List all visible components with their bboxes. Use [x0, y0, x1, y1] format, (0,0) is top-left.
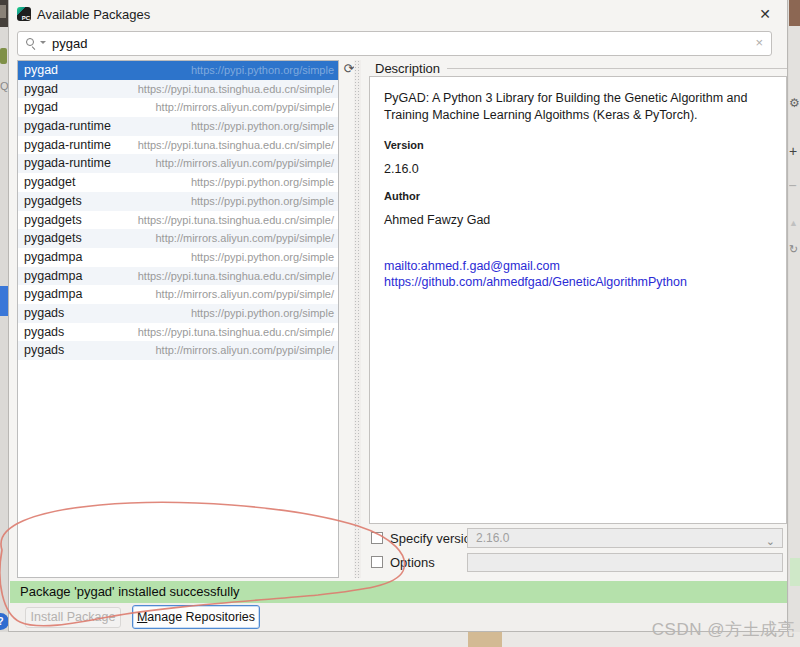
package-repo-url: https://pypi.python.org/simple: [191, 61, 334, 80]
search-options-chevron-icon[interactable]: [40, 41, 46, 44]
package-row[interactable]: pygadmpahttps://pypi.tuna.tsinghua.edu.c…: [18, 267, 338, 286]
options-label[interactable]: Options: [390, 555, 435, 570]
package-name: pygads: [24, 304, 64, 323]
package-repo-url: https://pypi.python.org/simple: [191, 248, 334, 267]
package-repo-url: https://pypi.python.org/simple: [191, 117, 334, 136]
package-name: pygadgets: [24, 229, 82, 248]
package-name: pygad: [24, 98, 58, 117]
package-row[interactable]: pygadshttp://mirrors.aliyun.com/pypi/sim…: [18, 341, 338, 360]
background-green-sliver: [790, 558, 800, 586]
package-row[interactable]: pygadgetshttps://pypi.tuna.tsinghua.edu.…: [18, 211, 338, 230]
description-panel: PyGAD: A Python 3 Library for Building t…: [369, 76, 787, 524]
package-row[interactable]: pygada-runtimehttp://mirrors.aliyun.com/…: [18, 154, 338, 173]
options-input[interactable]: [467, 553, 783, 572]
author-label: Author: [384, 189, 772, 204]
package-name: pygadgets: [24, 211, 82, 230]
package-name: pygadmpa: [24, 267, 82, 286]
manage-mnemonic: M: [137, 610, 147, 624]
package-list[interactable]: pygadhttps://pypi.python.org/simplepygad…: [17, 60, 339, 578]
search-value[interactable]: pygad: [52, 36, 87, 51]
package-repo-url: http://mirrors.aliyun.com/pypi/simple/: [156, 98, 335, 117]
package-repo-url: https://pypi.tuna.tsinghua.edu.cn/simple…: [138, 323, 334, 342]
search-input[interactable]: pygad ×: [17, 31, 772, 56]
package-repo-url: https://pypi.tuna.tsinghua.edu.cn/simple…: [138, 80, 334, 99]
package-row[interactable]: pygadhttps://pypi.python.org/simple: [18, 61, 338, 80]
package-name: pygada-runtime: [24, 154, 111, 173]
author-value: Ahmed Fawzy Gad: [384, 212, 772, 229]
manage-repositories-button[interactable]: Manage Repositories: [132, 605, 260, 629]
package-row[interactable]: pygadhttp://mirrors.aliyun.com/pypi/simp…: [18, 98, 338, 117]
package-repo-url: https://pypi.python.org/simple: [191, 304, 334, 323]
package-link[interactable]: https://github.com/ahmedfgad/GeneticAlgo…: [384, 275, 772, 291]
background-run-icon: [0, 48, 7, 64]
description-group-rule: [447, 68, 787, 69]
package-name: pygad: [24, 80, 58, 99]
install-package-button[interactable]: Install Package: [25, 607, 121, 628]
available-packages-dialog: Available Packages ✕ pygad × pygadhttps:…: [8, 0, 788, 632]
package-row[interactable]: pygadshttps://pypi.python.org/simple: [18, 304, 338, 323]
package-name: pygads: [24, 341, 64, 360]
package-repo-url: http://mirrors.aliyun.com/pypi/simple/: [156, 285, 335, 304]
package-repo-url: https://pypi.python.org/simple: [191, 192, 334, 211]
pycharm-icon: [17, 7, 31, 21]
version-select-value: 2.16.0: [476, 531, 509, 545]
description-group-label: Description: [375, 61, 440, 76]
options-checkbox[interactable]: [371, 556, 383, 568]
package-name: pygadmpa: [24, 285, 82, 304]
gear-icon: ⚙: [789, 96, 800, 110]
reload-icon: ↻: [789, 243, 800, 256]
package-row[interactable]: pygadgetshttps://pypi.python.org/simple: [18, 192, 338, 211]
version-value: 2.16.0: [384, 161, 772, 178]
package-row[interactable]: pygadhttps://pypi.tuna.tsinghua.edu.cn/s…: [18, 80, 338, 99]
package-row[interactable]: pygadshttps://pypi.tuna.tsinghua.edu.cn/…: [18, 323, 338, 342]
clear-search-icon[interactable]: ×: [755, 35, 763, 50]
package-name: pygadgets: [24, 192, 82, 211]
specify-version-checkbox[interactable]: [371, 532, 383, 544]
package-name: pygad: [24, 61, 58, 80]
background-left-toolbar-mark: [0, 5, 6, 18]
package-link[interactable]: mailto:ahmed.f.gad@gmail.com: [384, 259, 772, 275]
panel-splitter[interactable]: [354, 60, 361, 578]
package-repo-url: https://pypi.tuna.tsinghua.edu.cn/simple…: [138, 136, 334, 155]
search-icon: [26, 38, 38, 50]
package-row[interactable]: pygadgetshttp://mirrors.aliyun.com/pypi/…: [18, 229, 338, 248]
background-bottom-tan-block: [468, 632, 502, 647]
background-selection-sliver: [0, 286, 8, 316]
manage-rest: anage Repositories: [147, 610, 255, 624]
package-name: pygada-runtime: [24, 117, 111, 136]
version-select[interactable]: 2.16.0 ⌄: [467, 528, 783, 548]
package-row[interactable]: pygada-runtimehttps://pypi.python.org/si…: [18, 117, 338, 136]
package-name: pygads: [24, 323, 64, 342]
package-name: pygadget: [24, 173, 75, 192]
package-row[interactable]: pygadgethttps://pypi.python.org/simple: [18, 173, 338, 192]
package-links: mailto:ahmed.f.gad@gmail.comhttps://gith…: [384, 259, 772, 290]
dialog-title: Available Packages: [37, 7, 150, 22]
package-name: pygadmpa: [24, 248, 82, 267]
package-repo-url: http://mirrors.aliyun.com/pypi/simple/: [156, 229, 335, 248]
package-name: pygada-runtime: [24, 136, 111, 155]
package-row[interactable]: pygadmpahttps://pypi.python.org/simple: [18, 248, 338, 267]
upgrade-icon: ▲: [789, 218, 800, 228]
status-message: Package 'pygad' installed successfully: [10, 581, 787, 603]
package-repo-url: https://pypi.python.org/simple: [191, 173, 334, 192]
package-summary: PyGAD: A Python 3 Library for Building t…: [384, 90, 772, 124]
minus-icon: ─: [789, 180, 800, 191]
watermark: CSDN @方土成亮: [652, 618, 795, 641]
specify-version-label[interactable]: Specify version: [390, 531, 478, 546]
package-repo-url: http://mirrors.aliyun.com/pypi/simple/: [156, 154, 335, 173]
package-repo-url: http://mirrors.aliyun.com/pypi/simple/: [156, 341, 335, 360]
plus-icon: +: [789, 143, 800, 159]
background-search-icon: Q: [0, 79, 8, 93]
dialog-titlebar[interactable]: Available Packages ✕: [9, 0, 787, 28]
background-top-right-sliver: [789, 0, 800, 26]
close-icon[interactable]: ✕: [755, 4, 775, 24]
chevron-down-icon: ⌄: [766, 532, 775, 550]
version-label: Version: [384, 138, 772, 153]
package-row[interactable]: pygada-runtimehttps://pypi.tuna.tsinghua…: [18, 136, 338, 155]
package-repo-url: https://pypi.tuna.tsinghua.edu.cn/simple…: [138, 267, 334, 286]
package-row[interactable]: pygadmpahttp://mirrors.aliyun.com/pypi/s…: [18, 285, 338, 304]
package-repo-url: https://pypi.tuna.tsinghua.edu.cn/simple…: [138, 211, 334, 230]
